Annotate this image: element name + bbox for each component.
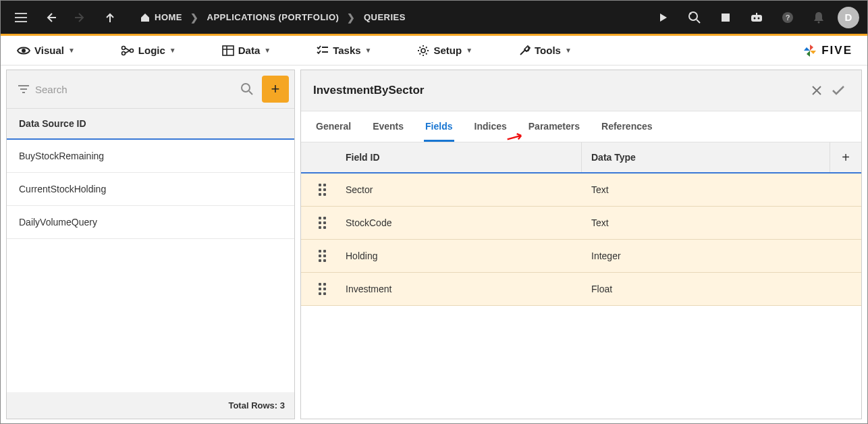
table-body: Sector Text StockCode Text Holding Integ… <box>301 174 861 306</box>
svg-point-11 <box>130 49 133 52</box>
breadcrumb-label: APPLICATIONS (PORTFOLIO) <box>207 12 340 22</box>
tab-indices[interactable]: Indices <box>473 111 508 142</box>
breadcrumb-label: HOME <box>155 12 182 22</box>
tabs: General Events Fields Indices Parameters… <box>301 111 861 142</box>
breadcrumb-applications[interactable]: APPLICATIONS (PORTFOLIO) <box>200 12 346 22</box>
cell-data-type: Float <box>582 273 830 305</box>
breadcrumb-label: QUERIES <box>364 12 406 22</box>
confirm-button[interactable] <box>828 80 849 101</box>
list-item[interactable]: CurrentStockHolding <box>7 173 294 206</box>
forward-button <box>68 5 92 30</box>
tab-events[interactable]: Events <box>371 111 405 142</box>
cell-data-type: Text <box>582 207 830 239</box>
page-title: InvestmentBySector <box>313 84 424 97</box>
table-row[interactable]: Holding Integer <box>301 240 861 273</box>
bell-icon[interactable] <box>807 5 831 30</box>
avatar[interactable]: D <box>838 7 859 28</box>
menu-visual[interactable]: Visual ▼ <box>7 41 84 60</box>
stop-icon[interactable] <box>713 5 738 30</box>
svg-point-7 <box>818 21 820 23</box>
chevron-right-icon: ❯ <box>189 12 200 23</box>
cell-field-id: StockCode <box>344 207 582 239</box>
menu-label: Tools <box>535 45 561 56</box>
menu-setup[interactable]: Setup ▼ <box>408 41 482 61</box>
menu-label: Visual <box>34 45 64 56</box>
drag-handle-icon[interactable] <box>301 283 344 296</box>
menu-tasks[interactable]: Tasks ▼ <box>307 41 381 60</box>
gear-icon <box>417 45 429 57</box>
drag-handle-icon[interactable] <box>301 184 344 196</box>
menu-label: Logic <box>138 45 165 56</box>
th-field-id: Field ID <box>344 142 582 172</box>
menu-label: Tasks <box>333 45 360 56</box>
up-button[interactable] <box>98 5 122 30</box>
left-panel: + Data Source ID BuyStockRemaining Curre… <box>6 70 295 419</box>
svg-point-3 <box>754 17 756 19</box>
hamburger-menu-icon[interactable] <box>9 5 33 30</box>
table-head: Field ID Data Type + <box>301 142 861 174</box>
plus-icon: + <box>271 80 280 98</box>
right-panel: InvestmentBySector General Events Fields… <box>300 70 862 419</box>
svg-rect-2 <box>751 15 762 22</box>
drag-handle-icon[interactable] <box>301 250 344 263</box>
menubar: Visual ▼ Logic ▼ Data ▼ Tasks ▼ Setup ▼ … <box>1 36 867 65</box>
svg-point-9 <box>121 46 125 49</box>
svg-point-14 <box>242 84 250 92</box>
add-field-button[interactable]: + <box>830 150 861 165</box>
left-footer: Total Rows: 3 <box>7 392 294 419</box>
home-icon <box>140 13 151 22</box>
brand-text: FIVE <box>821 44 852 57</box>
breadcrumb: HOME ❯ APPLICATIONS (PORTFOLIO) ❯ QUERIE… <box>133 12 412 23</box>
search-zoom-icon[interactable] <box>682 5 707 30</box>
svg-text:?: ? <box>786 14 790 22</box>
tools-icon <box>518 45 531 57</box>
svg-point-8 <box>22 49 26 53</box>
pinwheel-icon <box>803 43 817 58</box>
close-button[interactable] <box>806 80 828 101</box>
table-row[interactable]: StockCode Text <box>301 207 861 240</box>
footer-count: 3 <box>280 400 285 410</box>
left-column-header: Data Source ID <box>7 109 294 140</box>
menu-data[interactable]: Data ▼ <box>213 41 280 60</box>
list-item[interactable]: DailyVolumeQuery <box>7 206 294 239</box>
checklist-icon <box>317 45 329 56</box>
cell-field-id: Holding <box>344 240 582 272</box>
footer-label: Total Rows: <box>228 400 277 410</box>
svg-rect-12 <box>223 46 234 55</box>
table-row[interactable]: Sector Text <box>301 174 861 207</box>
add-button[interactable]: + <box>262 76 289 103</box>
filter-icon[interactable] <box>12 84 35 94</box>
list-item[interactable]: BuyStockRemaining <box>7 140 294 173</box>
tab-references[interactable]: References <box>600 111 654 142</box>
caret-down-icon: ▼ <box>264 47 271 54</box>
back-button[interactable] <box>38 5 63 30</box>
breadcrumb-queries[interactable]: QUERIES <box>357 12 412 22</box>
caret-down-icon: ▼ <box>169 47 176 54</box>
menu-label: Setup <box>433 45 462 56</box>
help-icon[interactable]: ? <box>776 5 800 30</box>
menu-logic[interactable]: Logic ▼ <box>111 41 186 60</box>
tab-general[interactable]: General <box>315 111 352 142</box>
bot-icon[interactable] <box>744 5 769 30</box>
drag-handle-icon[interactable] <box>301 217 344 230</box>
cell-data-type: Text <box>582 174 830 206</box>
play-icon[interactable] <box>651 5 676 30</box>
menu-tools[interactable]: Tools ▼ <box>509 41 581 61</box>
brand-logo: FIVE <box>803 43 861 58</box>
logic-icon <box>121 45 134 56</box>
table-icon <box>222 45 234 56</box>
search-icon[interactable] <box>235 82 259 96</box>
cell-data-type: Integer <box>582 240 830 272</box>
caret-down-icon: ▼ <box>68 47 75 54</box>
main-split: + Data Source ID BuyStockRemaining Curre… <box>1 65 867 423</box>
search-input[interactable] <box>35 84 235 95</box>
tab-fields[interactable]: Fields <box>424 111 454 142</box>
table-row[interactable]: Investment Float <box>301 273 861 306</box>
breadcrumb-home[interactable]: HOME <box>133 12 189 22</box>
avatar-letter: D <box>845 11 852 23</box>
svg-rect-1 <box>722 14 730 22</box>
svg-point-4 <box>758 17 760 19</box>
left-panel-header: + <box>7 70 294 109</box>
tab-parameters[interactable]: Parameters <box>527 111 581 142</box>
menu-label: Data <box>238 45 261 56</box>
